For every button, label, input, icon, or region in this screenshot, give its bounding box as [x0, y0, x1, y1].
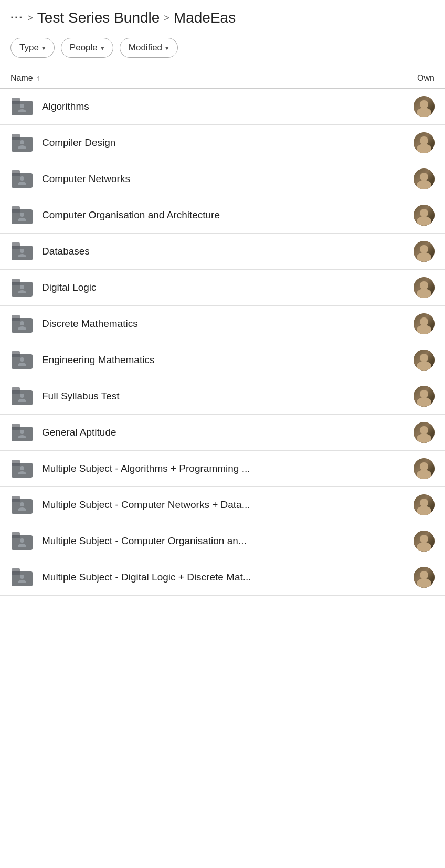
table-row[interactable]: Multiple Subject - Computer Networks + D…	[0, 487, 445, 523]
file-name: Multiple Subject - Computer Organisation…	[42, 535, 414, 547]
file-name: Multiple Subject - Digital Logic + Discr…	[42, 571, 414, 583]
folder-icon	[10, 494, 34, 515]
avatar	[414, 531, 435, 552]
folder-icon	[10, 350, 34, 371]
file-name: Engineering Mathematics	[42, 354, 414, 366]
folder-icon	[10, 458, 34, 479]
svg-point-7	[20, 140, 24, 144]
folder-icon	[10, 531, 34, 552]
table-row[interactable]: Multiple Subject - Computer Organisation…	[0, 523, 445, 559]
svg-rect-22	[12, 279, 20, 283]
file-name: Full Syllabus Test	[42, 390, 414, 402]
type-filter-button[interactable]: Type ▾	[10, 38, 55, 58]
modified-filter-chevron: ▾	[165, 44, 169, 52]
table-row[interactable]: Computer Organisation and Architecture	[0, 197, 445, 234]
type-filter-label: Type	[19, 43, 39, 53]
table-row[interactable]: Discrete Mathematics	[0, 306, 445, 342]
file-name: Multiple Subject - Algorithms + Programm…	[42, 463, 414, 474]
avatar	[414, 96, 435, 117]
avatar	[414, 386, 435, 407]
svg-rect-2	[12, 98, 20, 102]
svg-rect-38	[12, 424, 20, 428]
modified-filter-button[interactable]: Modified ▾	[120, 38, 178, 58]
file-name: Databases	[42, 246, 414, 257]
breadcrumb-current: MadeEas	[174, 9, 236, 26]
svg-rect-18	[12, 242, 20, 247]
sort-ascending-icon: ↑	[36, 73, 40, 83]
svg-point-55	[20, 575, 24, 579]
file-name: Discrete Mathematics	[42, 318, 414, 330]
file-name: Computer Organisation and Architecture	[42, 209, 414, 221]
people-filter-button[interactable]: People ▾	[61, 38, 113, 58]
avatar	[414, 350, 435, 371]
folder-icon	[10, 277, 34, 298]
table-row[interactable]: General Aptitude	[0, 415, 445, 451]
filter-bar: Type ▾ People ▾ Modified ▾	[0, 33, 445, 68]
file-name: Algorithms	[42, 101, 414, 112]
svg-point-19	[20, 249, 24, 253]
svg-point-39	[20, 430, 24, 434]
breadcrumb-chevron-2: >	[164, 13, 169, 24]
folder-icon	[10, 386, 34, 407]
svg-rect-34	[12, 387, 20, 391]
folder-icon	[10, 313, 34, 334]
file-name: Multiple Subject - Computer Networks + D…	[42, 499, 414, 511]
table-row[interactable]: Computer Networks	[0, 161, 445, 197]
avatar	[414, 277, 435, 298]
owner-column-header: Own	[393, 73, 435, 83]
file-name: General Aptitude	[42, 427, 414, 438]
people-filter-label: People	[70, 43, 98, 53]
folder-icon	[10, 567, 34, 588]
svg-rect-54	[12, 568, 20, 573]
svg-rect-46	[12, 496, 20, 500]
svg-rect-6	[12, 134, 20, 138]
folder-icon	[10, 168, 34, 189]
table-row[interactable]: Full Syllabus Test	[0, 378, 445, 415]
table-row[interactable]: Compiler Design	[0, 125, 445, 161]
svg-rect-14	[12, 206, 20, 210]
table-row[interactable]: Engineering Mathematics	[0, 342, 445, 378]
table-header: Name ↑ Own	[0, 68, 445, 89]
svg-point-51	[20, 538, 24, 543]
modified-filter-label: Modified	[129, 43, 162, 53]
avatar	[414, 458, 435, 479]
svg-rect-10	[12, 170, 20, 174]
file-name: Digital Logic	[42, 282, 414, 293]
svg-point-3	[20, 104, 24, 108]
table-row[interactable]: Algorithms	[0, 89, 445, 125]
avatar	[414, 205, 435, 226]
svg-rect-42	[12, 460, 20, 464]
name-column-label: Name	[10, 73, 33, 83]
svg-rect-30	[12, 351, 20, 355]
svg-point-35	[20, 394, 24, 398]
svg-rect-26	[12, 315, 20, 319]
file-name: Computer Networks	[42, 173, 414, 185]
svg-point-47	[20, 502, 24, 506]
name-column-header[interactable]: Name ↑	[10, 73, 393, 83]
folder-icon	[10, 241, 34, 262]
avatar	[414, 241, 435, 262]
svg-point-23	[20, 285, 24, 289]
avatar	[414, 168, 435, 189]
table-row[interactable]: Multiple Subject - Algorithms + Programm…	[0, 451, 445, 487]
svg-point-11	[20, 176, 24, 181]
avatar	[414, 494, 435, 515]
table-row[interactable]: Databases	[0, 234, 445, 270]
avatar	[414, 313, 435, 334]
people-filter-chevron: ▾	[101, 44, 104, 52]
folder-icon	[10, 132, 34, 153]
folder-icon	[10, 422, 34, 443]
type-filter-chevron: ▾	[42, 44, 46, 52]
file-list: Algorithms Compiler Design	[0, 89, 445, 596]
svg-point-31	[20, 357, 24, 362]
table-row[interactable]: Digital Logic	[0, 270, 445, 306]
breadcrumb-item-1[interactable]: Test Series Bundle	[37, 9, 160, 26]
svg-point-43	[20, 466, 24, 470]
breadcrumb-chevron-1: >	[27, 13, 33, 24]
table-row[interactable]: Multiple Subject - Digital Logic + Discr…	[0, 559, 445, 596]
svg-point-15	[20, 213, 24, 217]
avatar	[414, 567, 435, 588]
folder-icon	[10, 96, 34, 117]
svg-point-27	[20, 321, 24, 325]
svg-rect-50	[12, 532, 20, 536]
